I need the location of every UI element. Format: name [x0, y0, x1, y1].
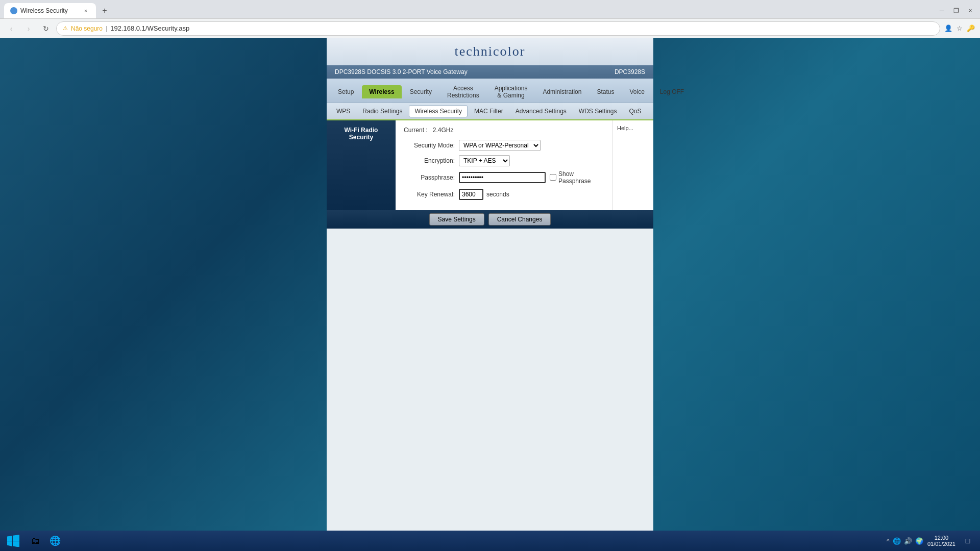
tab-bar: Wireless Security × + ─ ❐ ×: [0, 0, 980, 18]
key-renewal-label: Key Renewal:: [404, 191, 455, 198]
action-bar: Save Settings Cancel Changes: [327, 210, 653, 229]
sub-nav-wps[interactable]: WPS: [331, 105, 356, 117]
tab-title: Wireless Security: [20, 7, 79, 14]
show-hidden-icons-button[interactable]: ^: [887, 537, 890, 545]
clock-date: 01/01/2021: [927, 541, 955, 547]
windows-logo-icon: [7, 535, 19, 547]
main-form-area: Current : 2.4GHz Security Mode: WPA or W…: [396, 120, 612, 210]
taskbar-pinned-apps: 🗂 🌐: [27, 532, 64, 550]
nav-voice[interactable]: Voice: [622, 85, 651, 98]
address-separator: |: [106, 25, 107, 32]
network-icon[interactable]: 🌐: [893, 537, 901, 545]
browser-chrome: Wireless Security × + ─ ❐ × ‹ › ↻ ⚠ Não …: [0, 0, 980, 38]
address-bar-row: ‹ › ↻ ⚠ Não seguro | 192.168.0.1/WSecuri…: [0, 18, 980, 38]
forward-button[interactable]: ›: [21, 21, 36, 36]
clock[interactable]: 12:00 01/01/2021: [927, 535, 955, 547]
sidebar-panel: Wi-Fi Radio Security: [327, 120, 396, 210]
key-renewal-input[interactable]: [459, 189, 483, 200]
security-warning-text: Não seguro: [71, 25, 103, 32]
minimize-button[interactable]: ─: [936, 5, 947, 16]
nav-wireless[interactable]: Wireless: [362, 85, 401, 98]
current-value: 2.4GHz: [433, 127, 454, 134]
file-explorer-icon: 🗂: [31, 536, 40, 546]
profile-icon[interactable]: 👤: [943, 23, 953, 34]
cancel-changes-button[interactable]: Cancel Changes: [488, 213, 551, 226]
nav-applications-gaming[interactable]: Applications& Gaming: [487, 82, 535, 103]
sub-nav-radio-settings[interactable]: Radio Settings: [357, 105, 408, 117]
notification-button[interactable]: □: [960, 533, 976, 549]
device-full-name: DPC3928S DOCSIS 3.0 2-PORT Voice Gateway: [335, 68, 468, 76]
reload-button[interactable]: ↻: [39, 21, 53, 36]
security-warning-icon: ⚠: [63, 25, 68, 32]
content-area: Wi-Fi Radio Security Current : 2.4GHz Se…: [327, 120, 653, 210]
encryption-label: Encryption:: [404, 157, 455, 164]
sidebar-title: Wi-Fi Radio Security: [331, 124, 391, 143]
volume-icon[interactable]: 🔊: [904, 537, 912, 545]
security-mode-row: Security Mode: WPA or WPA2-Personal WPA2…: [404, 140, 604, 151]
sub-nav-wds-settings[interactable]: WDS Settings: [573, 105, 623, 117]
key-renewal-input-row: seconds: [459, 189, 509, 200]
main-nav: Setup Wireless Security AccessRestrictio…: [327, 79, 653, 103]
router-header: technicolor: [327, 38, 653, 65]
security-mode-label: Security Mode:: [404, 142, 455, 149]
router-ui: technicolor DPC3928S DOCSIS 3.0 2-PORT V…: [327, 38, 653, 531]
passphrase-label: Passphrase:: [404, 174, 455, 181]
device-model: DPC3928S: [615, 68, 645, 76]
system-tray: ^ 🌐 🔊 🌍: [887, 537, 923, 545]
tab-close-button[interactable]: ×: [82, 7, 90, 15]
encryption-row: Encryption: TKIP + AES TKIP AES: [404, 155, 604, 166]
sub-nav-qos[interactable]: QoS: [624, 105, 647, 117]
nav-status[interactable]: Status: [590, 85, 621, 98]
show-passphrase-text: Show Passphrase: [558, 170, 604, 185]
show-passphrase-checkbox[interactable]: [550, 174, 556, 181]
address-bar[interactable]: ⚠ Não seguro | 192.168.0.1/WSecurity.asp: [56, 21, 940, 36]
clock-time: 12:00: [935, 535, 949, 541]
url-text: 192.168.0.1/WSecurity.asp: [110, 24, 934, 32]
nav-access-restrictions[interactable]: AccessRestrictions: [440, 82, 486, 103]
taskbar-right: ^ 🌐 🔊 🌍 12:00 01/01/2021 □: [887, 533, 976, 549]
passphrase-row: Passphrase: Show Passphrase: [404, 170, 604, 185]
sub-nav: WPS Radio Settings Wireless Security MAC…: [327, 103, 653, 120]
current-band: Current : 2.4GHz: [404, 127, 604, 134]
star-icon[interactable]: ☆: [954, 23, 965, 34]
current-label: Current :: [404, 127, 428, 134]
active-tab[interactable]: Wireless Security ×: [4, 3, 96, 18]
security-mode-select[interactable]: WPA or WPA2-Personal WPA2-Personal WPA-P…: [459, 140, 541, 151]
sub-nav-mac-filter[interactable]: MAC Filter: [469, 105, 509, 117]
help-panel: Help...: [612, 120, 653, 210]
notification-icon: □: [966, 537, 970, 545]
passphrase-input-row: Show Passphrase: [459, 170, 604, 185]
device-info-bar: DPC3928S DOCSIS 3.0 2-PORT Voice Gateway…: [327, 65, 653, 79]
taskbar-chrome[interactable]: 🌐: [46, 532, 64, 550]
key-renewal-row: Key Renewal: seconds: [404, 189, 604, 200]
back-button[interactable]: ‹: [4, 21, 18, 36]
start-button[interactable]: [4, 533, 22, 549]
tab-favicon: [10, 7, 17, 14]
sub-nav-advanced-settings[interactable]: Advanced Settings: [510, 105, 572, 117]
nav-logoff[interactable]: Log OFF: [653, 85, 691, 98]
nav-administration[interactable]: Administration: [535, 85, 589, 98]
language-icon[interactable]: 🌍: [915, 537, 923, 545]
new-tab-button[interactable]: +: [98, 4, 111, 17]
brand-logo: technicolor: [455, 44, 526, 59]
sub-nav-wireless-security[interactable]: Wireless Security: [409, 105, 468, 117]
close-button[interactable]: ×: [965, 5, 976, 16]
taskbar: 🗂 🌐 ^ 🌐 🔊 🌍 12:00 01/01/2021 □: [0, 531, 980, 551]
chrome-icon: 🌐: [50, 535, 61, 546]
window-controls: ─ ❐ ×: [936, 5, 976, 16]
key-icon[interactable]: 🔑: [966, 23, 976, 34]
restore-button[interactable]: ❐: [950, 5, 962, 16]
nav-setup[interactable]: Setup: [331, 85, 361, 98]
taskbar-file-explorer[interactable]: 🗂: [27, 532, 45, 550]
page-content: technicolor DPC3928S DOCSIS 3.0 2-PORT V…: [0, 38, 980, 531]
seconds-label: seconds: [486, 191, 509, 198]
passphrase-input[interactable]: [459, 172, 546, 183]
browser-right-icons: 👤 ☆ 🔑: [943, 23, 976, 34]
save-settings-button[interactable]: Save Settings: [429, 213, 484, 226]
help-link[interactable]: Help...: [617, 125, 633, 131]
show-passphrase-label[interactable]: Show Passphrase: [550, 170, 604, 185]
encryption-select[interactable]: TKIP + AES TKIP AES: [459, 155, 510, 166]
nav-security[interactable]: Security: [403, 85, 439, 98]
